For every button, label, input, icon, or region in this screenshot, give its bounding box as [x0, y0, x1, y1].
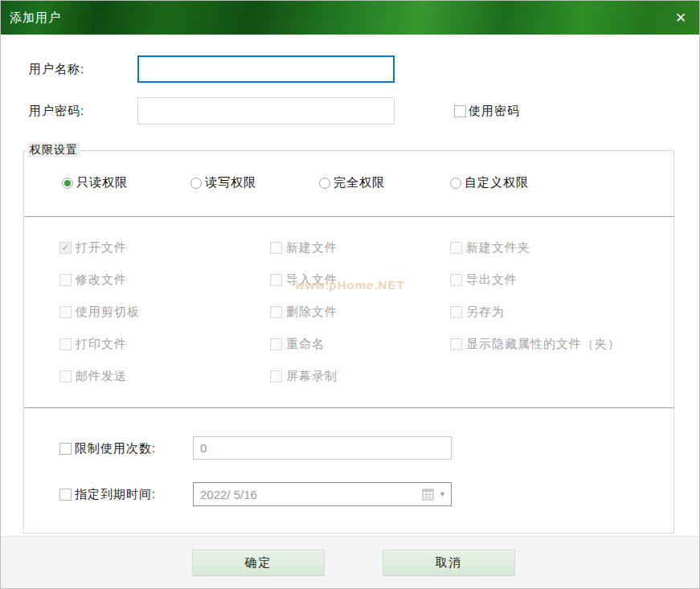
checkbox-icon — [59, 274, 72, 286]
usage-count-input[interactable] — [193, 436, 452, 460]
expiry-date-picker[interactable]: 2022/ 5/16 ▼ — [193, 482, 452, 506]
checkbox-icon — [59, 338, 72, 350]
password-row: 用户密码: 使用密码 — [29, 97, 520, 125]
perm-open-file[interactable]: ✓ 打开文件 — [59, 231, 270, 264]
calendar-icon — [422, 489, 434, 501]
permission-level-radios: 只读权限 读写权限 完全权限 自定义权限 — [62, 175, 529, 190]
checkbox-icon — [450, 306, 462, 318]
checkbox-icon — [270, 338, 282, 350]
radio-icon — [190, 178, 202, 189]
cancel-button[interactable]: 取消 — [383, 550, 515, 576]
perm-export-file[interactable]: 导出文件 — [450, 264, 667, 296]
checkbox-icon — [59, 306, 72, 318]
radio-readonly[interactable]: 只读权限 — [62, 175, 190, 190]
perm-new-file[interactable]: 新建文件 — [270, 231, 450, 264]
perm-email-send[interactable]: 邮件发送 — [59, 360, 270, 392]
permissions-group-title: 权限设置 — [27, 143, 80, 157]
usage-limit-checkbox[interactable]: 限制使用次数: — [59, 441, 156, 456]
password-label: 用户密码: — [29, 104, 137, 119]
expiry-label: 指定到期时间: — [75, 487, 156, 502]
password-input[interactable] — [137, 97, 395, 125]
perm-screen-record[interactable]: 屏幕录制 — [270, 360, 450, 392]
radio-custom[interactable]: 自定义权限 — [450, 175, 529, 190]
checkbox-icon — [270, 242, 282, 254]
radio-icon — [62, 178, 73, 189]
usage-limit-label: 限制使用次数: — [75, 441, 156, 456]
checkbox-icon — [59, 489, 72, 501]
checkbox-icon — [270, 306, 282, 318]
perm-rename[interactable]: 重命名 — [270, 328, 450, 360]
radio-readwrite[interactable]: 读写权限 — [190, 175, 319, 190]
permissions-groupbox: 权限设置 只读权限 读写权限 完全权限 自定义权限 ✓ 打开 — [23, 150, 674, 534]
checkbox-icon — [270, 274, 282, 286]
expiry-row: 指定到期时间: — [59, 471, 156, 517]
check-icon: ✓ — [59, 242, 72, 254]
perm-import-file[interactable]: 导入文件 — [270, 264, 450, 296]
radio-full[interactable]: 完全权限 — [319, 175, 450, 190]
checkbox-icon — [270, 370, 282, 382]
radio-icon — [319, 178, 330, 189]
checkbox-icon — [450, 274, 462, 286]
username-row: 用户名称: — [29, 55, 395, 83]
permission-checkbox-grid: ✓ 打开文件 新建文件 新建文件夹 修改文件 导入文件 导出文件 — [59, 231, 667, 392]
window-title: 添加用户 — [1, 10, 61, 26]
perm-modify-file[interactable]: 修改文件 — [59, 264, 270, 296]
checkbox-icon — [454, 105, 466, 117]
perm-clipboard[interactable]: 使用剪切板 — [59, 296, 270, 328]
add-user-dialog: 添加用户 ✕ 用户名称: 用户密码: 使用密码 权限设置 只读权限 读写权限 — [0, 0, 700, 589]
perm-print-file[interactable]: 打印文件 — [59, 328, 270, 360]
use-password-checkbox[interactable]: 使用密码 — [454, 104, 520, 119]
close-icon[interactable]: ✕ — [662, 1, 699, 35]
usage-limit-row: 限制使用次数: — [59, 424, 156, 472]
checkbox-icon — [59, 370, 72, 382]
ok-button[interactable]: 确定 — [192, 550, 325, 576]
username-input[interactable] — [137, 55, 395, 83]
perm-save-as[interactable]: 另存为 — [450, 296, 667, 328]
username-label: 用户名称: — [29, 62, 137, 77]
expiry-date-value: 2022/ 5/16 — [200, 488, 422, 501]
checkbox-icon — [450, 242, 462, 254]
divider — [24, 216, 673, 217]
radio-icon — [450, 178, 461, 189]
titlebar: 添加用户 ✕ — [1, 1, 699, 35]
use-password-label: 使用密码 — [469, 104, 520, 119]
checkbox-icon — [59, 443, 72, 455]
perm-delete-file[interactable]: 删除文件 — [270, 296, 450, 328]
dropdown-arrow-icon[interactable]: ▼ — [439, 490, 446, 498]
checkbox-icon — [450, 338, 462, 350]
divider — [24, 407, 673, 408]
expiry-checkbox[interactable]: 指定到期时间: — [59, 487, 156, 502]
perm-new-folder[interactable]: 新建文件夹 — [450, 231, 667, 264]
perm-show-hidden[interactable]: 显示隐藏属性的文件（夹） — [450, 328, 667, 360]
footer: 确定 取消 — [1, 536, 699, 588]
